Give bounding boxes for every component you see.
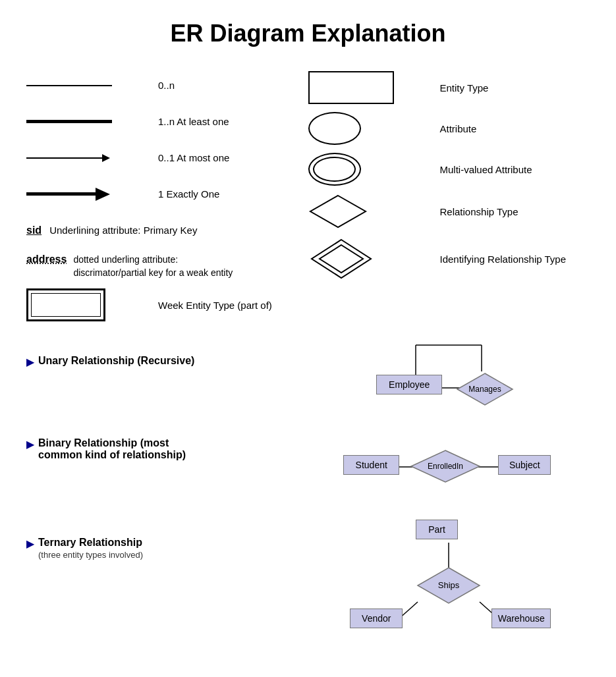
symbol-zero-one bbox=[26, 154, 158, 162]
zero-n-label: 0..n bbox=[158, 80, 175, 91]
legend-row-one-n: 1..n At least one bbox=[26, 103, 308, 140]
legend-row-sid: sid Underlining attribute: Primary Key bbox=[26, 212, 308, 248]
binary-bullet: ▶ bbox=[26, 438, 34, 450]
legend-row-identifying-relationship: Identifying Relationship Type bbox=[308, 234, 590, 284]
zero-one-label: 0..1 At most one bbox=[158, 152, 229, 163]
ternary-section: ▶ Ternary Relationship (three entity typ… bbox=[26, 527, 308, 580]
legend-row-exactly-one: 1 Exactly One bbox=[26, 176, 308, 212]
symbol-zero-n bbox=[26, 85, 158, 86]
ternary-label: Ternary Relationship bbox=[38, 537, 142, 548]
address-label: dotted underling attribute: discrimator/… bbox=[73, 254, 233, 279]
page-title: ER Diagram Explanation bbox=[26, 20, 590, 47]
legend-row-zero-one: 0..1 At most one bbox=[26, 140, 308, 176]
label-weak-entity: Week Entity Type (part of) bbox=[158, 300, 308, 311]
symbol-attribute bbox=[308, 112, 440, 145]
label-identifying-relationship: Identifying Relationship Type bbox=[440, 254, 590, 265]
sid-symbol: sid bbox=[26, 225, 42, 236]
binary-label: Binary Relationship (mostcommon kind of … bbox=[38, 437, 186, 460]
svg-marker-0 bbox=[310, 196, 366, 227]
legend-grid: 0..n 1..n At least one bbox=[26, 67, 590, 325]
symbol-multi-attribute bbox=[308, 153, 440, 186]
thin-line-icon bbox=[26, 85, 112, 86]
exactly-one-label: 1 Exactly One bbox=[158, 188, 219, 200]
svg-text:Manages: Manages bbox=[469, 385, 501, 394]
binary-student-entity: Student bbox=[343, 455, 399, 475]
legend-left: 0..n 1..n At least one bbox=[26, 67, 308, 325]
label-zero-n: 0..n bbox=[158, 80, 308, 91]
page: ER Diagram Explanation 0..n 1..n At leas… bbox=[0, 0, 616, 668]
ternary-vendor-entity: Vendor bbox=[350, 609, 403, 628]
legend-row-relationship: Relationship Type bbox=[308, 190, 590, 234]
label-exactly-one: 1 Exactly One bbox=[158, 188, 308, 200]
legend-row-zero-n: 0..n bbox=[26, 67, 308, 103]
weak-entity-label: Week Entity Type (part of) bbox=[158, 300, 272, 311]
diagrams-section: ▶ Unary Relationship (Recursive) ▶ Binar… bbox=[26, 332, 590, 648]
symbol-weak-entity bbox=[26, 288, 158, 321]
diamond-icon bbox=[308, 194, 368, 230]
unary-label: Unary Relationship (Recursive) bbox=[38, 355, 194, 367]
label-relationship: Relationship Type bbox=[440, 206, 590, 217]
ternary-warehouse-entity: Warehouse bbox=[491, 609, 551, 628]
binary-diagram: Student EnrolledIn Subject bbox=[343, 444, 554, 490]
diagram-visuals: Employee Manages Student bbox=[308, 332, 590, 648]
svg-text:Ships: Ships bbox=[438, 580, 460, 590]
double-oval-icon bbox=[308, 153, 361, 186]
thick-arrow-icon bbox=[26, 188, 112, 201]
multi-attribute-label: Multi-valued Attribute bbox=[440, 164, 532, 175]
ternary-ships-diamond: Ships bbox=[416, 566, 482, 607]
double-diamond-icon bbox=[308, 238, 374, 281]
weak-entity-box-icon bbox=[26, 288, 105, 321]
legend-row-address: address dotted underling attribute: disc… bbox=[26, 248, 308, 284]
sid-label: Underlining attribute: Primary Key bbox=[49, 225, 197, 236]
ternary-title: ▶ Ternary Relationship (three entity typ… bbox=[26, 537, 308, 560]
unary-section: ▶ Unary Relationship (Recursive) bbox=[26, 345, 308, 388]
binary-enrolledin-diamond: EnrolledIn bbox=[409, 448, 482, 487]
thick-line-icon bbox=[26, 120, 112, 123]
ternary-bullet: ▶ bbox=[26, 537, 34, 550]
relationship-label: Relationship Type bbox=[440, 206, 518, 217]
thin-arrow-icon bbox=[26, 154, 112, 162]
legend-row-weak-entity: Week Entity Type (part of) bbox=[26, 284, 308, 325]
symbol-identifying-relationship bbox=[308, 238, 440, 281]
legend-right: Entity Type Attribute bbox=[308, 67, 590, 325]
binary-subject-entity: Subject bbox=[498, 455, 551, 475]
symbol-relationship bbox=[308, 194, 440, 230]
one-n-label: 1..n At least one bbox=[158, 116, 229, 127]
svg-text:EnrolledIn: EnrolledIn bbox=[428, 462, 463, 471]
identifying-relationship-label: Identifying Relationship Type bbox=[440, 254, 567, 265]
ternary-sublabel: (three entity types involved) bbox=[38, 550, 143, 560]
unary-diagram: Employee Manages bbox=[366, 332, 531, 418]
unary-employee-entity: Employee bbox=[376, 375, 442, 394]
address-symbol: address bbox=[26, 254, 67, 265]
binary-section: ▶ Binary Relationship (mostcommon kind o… bbox=[26, 427, 308, 481]
ternary-part-entity: Part bbox=[416, 520, 458, 539]
label-multi-attribute: Multi-valued Attribute bbox=[440, 164, 590, 175]
unary-title: ▶ Unary Relationship (Recursive) bbox=[26, 355, 308, 368]
binary-title: ▶ Binary Relationship (mostcommon kind o… bbox=[26, 437, 308, 461]
oval-icon bbox=[308, 112, 361, 145]
entity-type-icon bbox=[308, 71, 394, 104]
unary-manages-diamond: Manages bbox=[455, 371, 515, 410]
diagram-labels: ▶ Unary Relationship (Recursive) ▶ Binar… bbox=[26, 332, 308, 648]
label-attribute: Attribute bbox=[440, 123, 590, 134]
legend-row-multi-attribute: Multi-valued Attribute bbox=[308, 149, 590, 190]
symbol-exactly-one bbox=[26, 188, 158, 201]
attribute-label: Attribute bbox=[440, 123, 477, 134]
label-entity-type: Entity Type bbox=[440, 82, 590, 94]
symbol-entity-type bbox=[308, 71, 440, 104]
label-zero-one: 0..1 At most one bbox=[158, 152, 308, 163]
ternary-diagram: Part Ships Vendor Warehouse bbox=[343, 516, 554, 648]
label-one-n: 1..n At least one bbox=[158, 116, 308, 127]
unary-bullet: ▶ bbox=[26, 356, 34, 368]
entity-type-label: Entity Type bbox=[440, 82, 489, 94]
legend-row-attribute: Attribute bbox=[308, 108, 590, 149]
legend-row-entity-type: Entity Type bbox=[308, 67, 590, 108]
symbol-one-n bbox=[26, 120, 158, 123]
